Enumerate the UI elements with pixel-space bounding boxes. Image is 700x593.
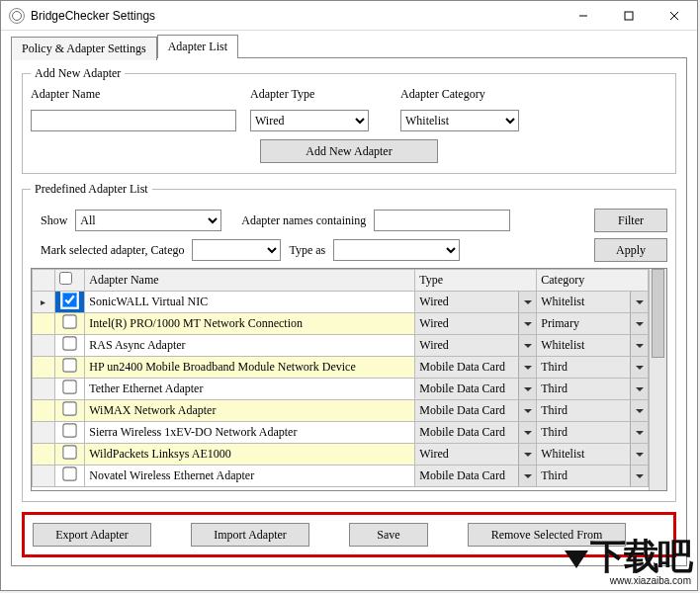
export-adapter-button[interactable]: Export Adapter bbox=[33, 523, 151, 547]
row-checkbox[interactable] bbox=[62, 423, 76, 437]
table-row[interactable]: Intel(R) PRO/1000 MT Network ConnectionW… bbox=[33, 313, 649, 335]
import-adapter-button[interactable]: Import Adapter bbox=[191, 523, 309, 547]
table-row[interactable]: Tether Ethernet AdapterMobile Data CardT… bbox=[33, 379, 649, 400]
remove-selected-button[interactable]: Remove Selected From bbox=[468, 523, 626, 547]
grid-scrollbar[interactable] bbox=[649, 269, 666, 490]
row-checkbox-cell[interactable] bbox=[54, 313, 85, 335]
chevron-down-icon[interactable] bbox=[518, 313, 536, 334]
cell-category[interactable]: Whitelist bbox=[537, 335, 649, 357]
chevron-down-icon[interactable] bbox=[630, 335, 648, 356]
adapter-type-select[interactable]: Wired bbox=[250, 110, 369, 131]
add-new-adapter-button[interactable]: Add New Adapter bbox=[260, 139, 438, 163]
chevron-down-icon[interactable] bbox=[518, 292, 536, 312]
cell-category[interactable]: Third bbox=[537, 466, 649, 487]
row-checkbox-cell[interactable] bbox=[54, 335, 85, 357]
cell-category[interactable]: Third bbox=[537, 357, 649, 379]
cell-type[interactable]: Wired bbox=[415, 335, 537, 357]
row-checkbox[interactable] bbox=[62, 293, 76, 306]
cell-type[interactable]: Mobile Data Card bbox=[415, 357, 537, 379]
chevron-down-icon[interactable] bbox=[518, 422, 536, 443]
row-marker[interactable] bbox=[33, 313, 55, 335]
cell-type[interactable]: Wired bbox=[415, 444, 537, 466]
header-type[interactable]: Type bbox=[415, 270, 537, 292]
tab-adapter-list[interactable]: Adapter List bbox=[157, 35, 238, 58]
chevron-down-icon[interactable] bbox=[630, 292, 648, 312]
row-marker[interactable] bbox=[33, 422, 55, 444]
close-button[interactable] bbox=[652, 1, 697, 31]
filter-button[interactable]: Filter bbox=[594, 209, 667, 232]
table-row[interactable]: WildPackets Linksys AE1000WiredWhitelist bbox=[33, 444, 649, 466]
save-button[interactable]: Save bbox=[349, 523, 428, 547]
row-marker[interactable] bbox=[33, 357, 55, 379]
table-row[interactable]: WiMAX Network AdapterMobile Data CardThi… bbox=[33, 400, 649, 422]
cell-type[interactable]: Mobile Data Card bbox=[415, 422, 537, 444]
type-as-select[interactable] bbox=[333, 239, 460, 261]
tab-policy-adapter-settings[interactable]: Policy & Adapter Settings bbox=[11, 37, 157, 60]
chevron-down-icon[interactable] bbox=[630, 466, 648, 486]
chevron-down-icon[interactable] bbox=[518, 444, 536, 465]
row-marker[interactable] bbox=[33, 444, 55, 466]
row-checkbox-cell[interactable] bbox=[54, 292, 85, 313]
row-checkbox-cell[interactable] bbox=[54, 400, 85, 422]
chevron-down-icon[interactable] bbox=[630, 357, 648, 378]
adapter-category-select[interactable]: Whitelist bbox=[400, 110, 519, 131]
row-marker[interactable] bbox=[33, 292, 55, 313]
row-checkbox[interactable] bbox=[62, 314, 76, 328]
cell-category[interactable]: Third bbox=[537, 400, 649, 422]
cell-category[interactable]: Whitelist bbox=[537, 292, 649, 313]
show-select[interactable]: All bbox=[75, 210, 221, 231]
cell-category[interactable]: Third bbox=[537, 379, 649, 400]
chevron-down-icon[interactable] bbox=[518, 379, 536, 399]
header-adapter-name[interactable]: Adapter Name bbox=[85, 270, 415, 292]
maximize-button[interactable] bbox=[606, 1, 652, 31]
app-icon bbox=[9, 8, 25, 24]
table-row[interactable]: Novatel Wireless Ethernet AdapterMobile … bbox=[33, 466, 649, 487]
row-marker[interactable] bbox=[33, 379, 55, 400]
row-checkbox[interactable] bbox=[62, 380, 76, 393]
cell-category[interactable]: Primary bbox=[537, 313, 649, 335]
chevron-down-icon[interactable] bbox=[518, 335, 536, 356]
chevron-down-icon[interactable] bbox=[630, 400, 648, 421]
table-row[interactable]: HP un2400 Mobile Broadband Module Networ… bbox=[33, 357, 649, 379]
table-row[interactable]: SonicWALL Virtual NICWiredWhitelist bbox=[33, 292, 649, 313]
cell-type[interactable]: Mobile Data Card bbox=[415, 379, 537, 400]
row-checkbox-cell[interactable] bbox=[54, 444, 85, 466]
header-checkbox[interactable] bbox=[54, 270, 85, 292]
row-marker[interactable] bbox=[33, 335, 55, 357]
minimize-button[interactable] bbox=[561, 1, 606, 31]
cell-type[interactable]: Wired bbox=[415, 292, 537, 313]
chevron-down-icon[interactable] bbox=[518, 466, 536, 486]
row-checkbox[interactable] bbox=[62, 336, 76, 350]
chevron-down-icon[interactable] bbox=[630, 422, 648, 443]
cell-type[interactable]: Mobile Data Card bbox=[415, 400, 537, 422]
row-checkbox-cell[interactable] bbox=[54, 466, 85, 487]
apply-button[interactable]: Apply bbox=[594, 238, 667, 262]
titlebar[interactable]: BridgeChecker Settings bbox=[1, 1, 697, 31]
row-checkbox-cell[interactable] bbox=[54, 379, 85, 400]
row-marker[interactable] bbox=[33, 400, 55, 422]
chevron-down-icon[interactable] bbox=[518, 357, 536, 378]
row-checkbox[interactable] bbox=[62, 466, 76, 480]
mark-category-select[interactable] bbox=[192, 239, 281, 261]
names-containing-input[interactable] bbox=[374, 210, 510, 231]
header-category[interactable]: Category bbox=[537, 270, 649, 292]
row-checkbox[interactable] bbox=[62, 358, 76, 372]
scrollbar-thumb[interactable] bbox=[652, 269, 664, 358]
table-row[interactable]: Sierra Wireless 1xEV-DO Network AdapterM… bbox=[33, 422, 649, 444]
cell-category[interactable]: Whitelist bbox=[537, 444, 649, 466]
row-checkbox[interactable] bbox=[62, 445, 76, 459]
row-checkbox-cell[interactable] bbox=[54, 357, 85, 379]
header-row-marker bbox=[33, 270, 55, 292]
row-checkbox-cell[interactable] bbox=[54, 422, 85, 444]
adapter-name-input[interactable] bbox=[31, 110, 236, 131]
row-marker[interactable] bbox=[33, 466, 55, 487]
cell-type[interactable]: Mobile Data Card bbox=[415, 466, 537, 487]
chevron-down-icon[interactable] bbox=[630, 379, 648, 399]
row-checkbox[interactable] bbox=[62, 401, 76, 415]
chevron-down-icon[interactable] bbox=[518, 400, 536, 421]
cell-type[interactable]: Wired bbox=[415, 313, 537, 335]
chevron-down-icon[interactable] bbox=[630, 444, 648, 465]
chevron-down-icon[interactable] bbox=[630, 313, 648, 334]
table-row[interactable]: RAS Async AdapterWiredWhitelist bbox=[33, 335, 649, 357]
cell-category[interactable]: Third bbox=[537, 422, 649, 444]
